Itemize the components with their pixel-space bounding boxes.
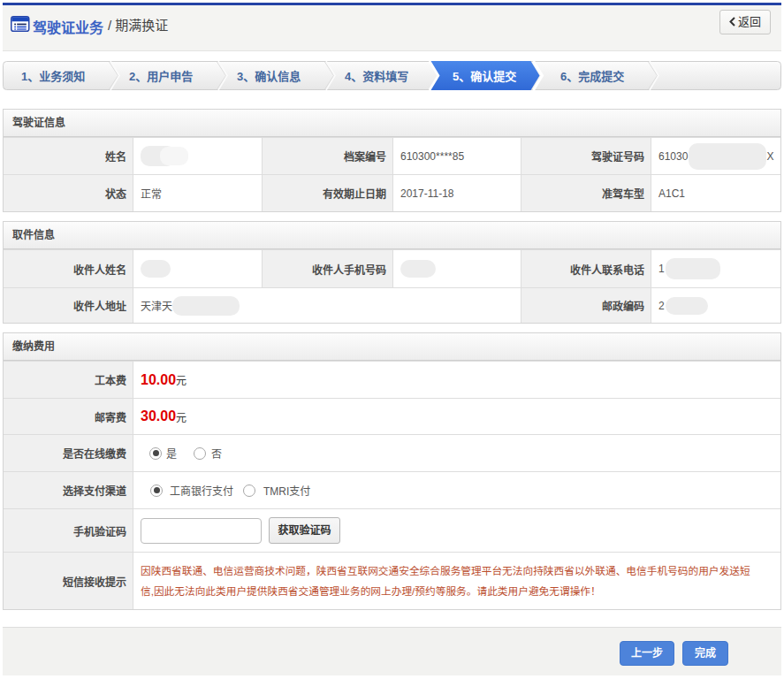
svg-text:6、完成提交: 6、完成提交 [560,70,624,83]
svg-text:1、业务须知: 1、业务须知 [21,70,85,83]
svg-text:2、用户申告: 2、用户申告 [129,70,193,83]
svg-text:4、资料填写: 4、资料填写 [345,70,408,83]
svg-text:3、确认信息: 3、确认信息 [237,70,301,83]
svg-text:5、确认提交: 5、确认提交 [453,70,516,83]
